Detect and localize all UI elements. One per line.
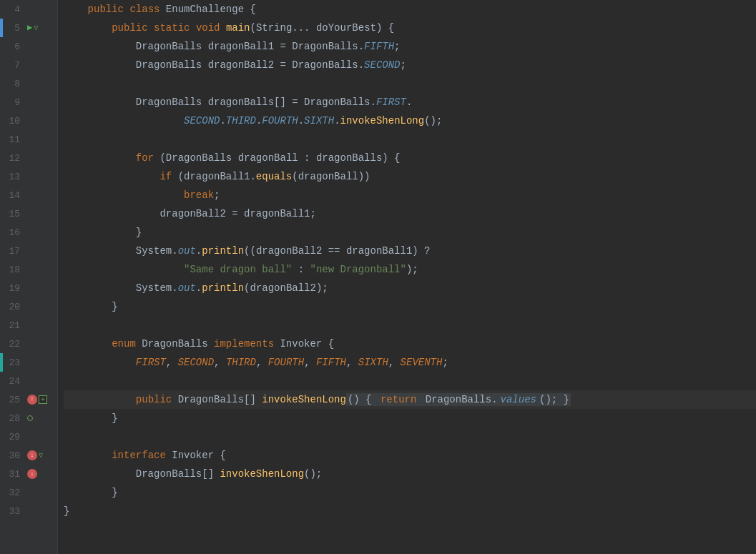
token-method: invokeShenLong (220, 468, 304, 480)
code-line (64, 74, 756, 93)
breakpoint-icon[interactable]: ↓ (27, 469, 37, 479)
token-plain: ); (406, 264, 418, 275)
token-plain: , (304, 357, 316, 368)
token-plain (64, 115, 184, 127)
token-plain: , (214, 357, 226, 368)
token-plain: } (64, 227, 142, 238)
breakpoint-icon[interactable]: ↑ (27, 395, 37, 405)
token-plain: } (64, 412, 118, 424)
gutter-row: 8 (0, 74, 57, 93)
code-line (64, 372, 756, 390)
token-plain (190, 22, 195, 34)
gutter-row: 31↓ (0, 465, 57, 483)
code-line: DragonBalls dragonBall1 = DragonBalls.FI… (64, 37, 756, 56)
code-line: DragonBalls[] invokeShenLong(); (64, 465, 756, 483)
token-plain: () { (346, 393, 379, 406)
token-plain: DragonBalls dragonBall1 = DragonBalls. (64, 41, 364, 52)
token-italic-orange: FOURTH (268, 357, 304, 368)
run-arrow-icon[interactable]: ▶ (27, 24, 32, 32)
line-number: 17 (0, 246, 26, 257)
fold-icon[interactable]: ▽ (39, 451, 43, 460)
code-line: if (dragonBall1.equals(dragonBall)) (64, 167, 756, 186)
token-plain (64, 4, 88, 15)
token-plain (64, 338, 112, 350)
gutter-row: 10 (0, 112, 57, 130)
line-number: 25 (0, 395, 26, 405)
code-editor: 45▶▽678910111213141516171819202122232425… (0, 0, 756, 554)
token-plain (64, 152, 136, 164)
token-kw: implements (214, 338, 274, 350)
token-plain (64, 22, 112, 34)
line-number: 10 (0, 116, 26, 127)
token-plain: ((dragonBall2 == dragonBall1) ? (244, 245, 430, 257)
token-method: invokeShenLong (340, 115, 425, 127)
gutter-row: 20 (0, 297, 57, 316)
fold-icon[interactable]: ▽ (34, 24, 38, 32)
token-plain: (); (424, 115, 442, 127)
token-plain: System. (64, 282, 178, 294)
code-area[interactable]: public class EnumChallenge { public stat… (58, 0, 756, 554)
line-number: 9 (0, 97, 26, 108)
token-plain: ; (394, 41, 400, 52)
line-number: 15 (0, 209, 26, 219)
token-plain: (dragonBall2); (244, 282, 328, 294)
token-plain: . (220, 115, 225, 127)
gutter-row: 23 (0, 353, 57, 372)
token-italic-orange: SEVENTH (401, 357, 443, 368)
token-kw: interface (112, 450, 166, 461)
token-italic-blue: FOURTH (262, 115, 298, 127)
token-italic-blue: SECOND (364, 59, 400, 71)
token-plain (64, 450, 112, 461)
code-line: DragonBalls dragonBall2 = DragonBalls.SE… (64, 56, 756, 74)
token-kw: for (136, 152, 154, 164)
gutter-row: 24 (0, 372, 57, 390)
expand-button[interactable]: + (39, 395, 47, 404)
token-plain: DragonBalls dragonBalls[] = DragonBalls. (64, 97, 376, 108)
line-number: 20 (0, 302, 26, 312)
token-plain: DragonBalls[] (172, 394, 262, 405)
token-method: println (202, 282, 244, 294)
line-number: 16 (0, 227, 26, 238)
line-number: 30 (0, 450, 26, 461)
line-number: 4 (0, 4, 26, 15)
line-number: 12 (0, 153, 26, 164)
code-line: } (64, 409, 756, 427)
gutter-icons: ↑+ (26, 395, 57, 405)
token-plain (220, 22, 225, 34)
code-line: enum DragonBalls implements Invoker { (64, 335, 756, 353)
breakpoint-icon[interactable]: ↓ (27, 450, 37, 460)
token-method: equals (256, 171, 292, 182)
line-number: 29 (0, 432, 26, 442)
line-number: 33 (0, 506, 26, 517)
line-number: 31 (0, 469, 26, 480)
token-plain (64, 264, 184, 275)
gutter-row: 33 (0, 502, 57, 520)
token-italic-blue: THIRD (226, 115, 256, 127)
gutter-row: 28 (0, 409, 57, 427)
token-italic-orange: FIFTH (316, 357, 346, 368)
token-plain: ; (214, 189, 220, 201)
token-plain: (String... doYourBest) { (250, 22, 395, 34)
gutter-row: 19 (0, 279, 57, 297)
code-line: } (64, 223, 756, 242)
gutter-row: 22 (0, 335, 57, 353)
token-plain: } (64, 505, 69, 517)
code-line: DragonBalls dragonBalls[] = DragonBalls.… (64, 93, 756, 112)
code-line (64, 130, 756, 149)
line-number: 11 (0, 134, 26, 145)
gutter-row: 11 (0, 130, 57, 149)
gutter-icons (26, 415, 57, 421)
code-line: } (64, 297, 756, 316)
token-plain: } (64, 301, 118, 312)
line-number: 8 (0, 79, 26, 89)
gutter-row: 30↓▽ (0, 446, 57, 465)
gutter-row: 4 (0, 0, 57, 19)
token-string: "Same dragon ball" (184, 264, 292, 275)
gutter-row: 14 (0, 186, 57, 204)
token-plain: . (334, 115, 340, 127)
token-italic-orange: THIRD (226, 357, 256, 368)
code-line: public static void main(String... doYour… (64, 19, 756, 37)
token-plain: DragonBalls. (418, 393, 499, 406)
token-plain: (dragonBall)) (292, 171, 370, 182)
gutter-row: 9 (0, 93, 57, 112)
